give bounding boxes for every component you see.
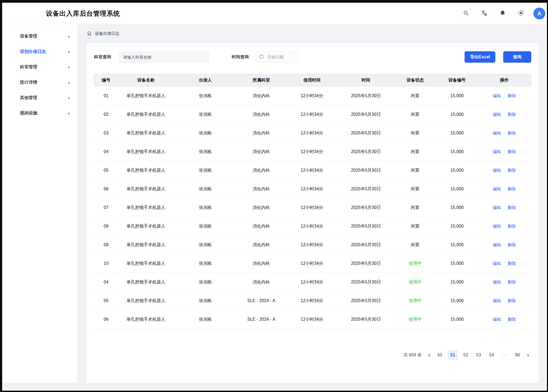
body-row: 设备管理›设别出借日志›科室管理›统计详情›其他管理›规则设施› 设备出借日志 … — [2, 24, 547, 383]
sidebar-item[interactable]: 科室管理› — [2, 59, 77, 75]
footer-strip — [2, 383, 547, 391]
delete-link[interactable]: 删除 — [508, 112, 516, 117]
svg-text:A: A — [484, 13, 487, 16]
edit-link[interactable]: 编辑 — [493, 168, 501, 173]
prev-page-button[interactable]: ‹ — [427, 352, 432, 358]
delete-link[interactable]: 删除 — [508, 93, 516, 99]
cell-device-name: 单孔腔镜手术机器人 — [118, 317, 174, 322]
cell-device-code: 15,000 — [437, 168, 477, 173]
cell-actions: 编辑删除 — [477, 280, 531, 285]
edit-link[interactable]: 编辑 — [493, 112, 501, 117]
page-button[interactable]: 52 — [461, 350, 471, 360]
edit-link[interactable]: 编辑 — [493, 131, 501, 136]
delete-link[interactable]: 删除 — [508, 131, 516, 136]
delete-link[interactable]: 删除 — [508, 168, 516, 173]
delete-link[interactable]: 删除 — [508, 298, 516, 303]
sidebar-item[interactable]: 其他管理› — [2, 90, 77, 106]
export-excel-button[interactable]: 导出Excel — [465, 51, 495, 63]
cell-no: 05 — [94, 168, 118, 173]
page-ellipsis[interactable]: ··· — [499, 350, 510, 360]
delete-link[interactable]: 删除 — [508, 280, 516, 285]
main-area: 设备出借日志 科室查询 时间查询 — [77, 24, 547, 383]
cell-no: 03 — [94, 131, 118, 136]
edit-link[interactable]: 编辑 — [493, 317, 501, 322]
notifications-button[interactable] — [497, 8, 509, 19]
cell-department: 消化内科 — [237, 205, 286, 211]
sidebar-item-label: 设别出借日志 — [20, 49, 46, 55]
cell-no: 04 — [94, 280, 118, 285]
delete-link[interactable]: 删除 — [508, 224, 516, 229]
cell-borrow-duration: 12小时34分 — [286, 149, 338, 155]
cell-borrow-duration: 12小时34分 — [286, 168, 338, 173]
edit-link[interactable]: 编辑 — [493, 187, 501, 192]
cell-device-code: 15,000 — [437, 224, 477, 229]
start-date-picker[interactable]: 开始日期 — [255, 52, 299, 62]
delete-link[interactable]: 删除 — [508, 317, 516, 322]
edit-link[interactable]: 编辑 — [493, 242, 501, 248]
user-avatar[interactable]: A — [533, 8, 545, 19]
language-button[interactable]: 文 A — [478, 8, 490, 19]
cell-device-code: 15,000 — [437, 280, 477, 285]
cell-borrow-duration: 12小时34分 — [286, 298, 338, 304]
table-row: 03单孔腔镜手术机器人张润栋消化内科12小时34分2025年5月30日闲置15,… — [94, 124, 531, 143]
chevron-right-icon: › — [68, 65, 70, 69]
cell-borrow-duration: 12小时34分 — [286, 279, 338, 285]
theme-button[interactable] — [515, 8, 527, 19]
cell-date: 2025年5月30日 — [338, 112, 394, 117]
query-button[interactable]: 查询 — [503, 51, 531, 63]
dept-search-input[interactable] — [119, 51, 209, 63]
cell-date: 2025年5月30日 — [338, 261, 394, 266]
edit-link[interactable]: 编辑 — [493, 298, 501, 303]
start-date-placeholder: 开始日期 — [267, 55, 283, 60]
cell-no: 02 — [94, 112, 118, 117]
cell-borrow-duration: 12小时34分 — [286, 186, 338, 192]
cell-department: 消化内科 — [237, 224, 286, 229]
cell-device-code: 15,000 — [437, 131, 477, 136]
cell-date: 2025年5月30日 — [338, 205, 394, 211]
sidebar-item[interactable]: 统计详情› — [2, 75, 77, 90]
page-button[interactable]: 54 — [486, 350, 497, 360]
delete-link[interactable]: 删除 — [508, 149, 516, 154]
cell-no: 06 — [94, 187, 118, 191]
cell-lender: 张润栋 — [174, 93, 237, 99]
header-actions: 文 A — [460, 8, 545, 19]
cell-department: 消化内科 — [237, 149, 286, 155]
edit-link[interactable]: 编辑 — [493, 93, 501, 99]
cell-lender: 张润栋 — [174, 279, 237, 285]
cell-device-code: 15,000 — [437, 261, 477, 266]
page-button[interactable]: 90 — [512, 350, 523, 360]
cell-actions: 编辑删除 — [477, 187, 531, 192]
cell-lender: 张润栋 — [174, 112, 237, 117]
page-button[interactable]: 53 — [473, 350, 484, 360]
delete-link[interactable]: 删除 — [508, 205, 516, 210]
cell-device-status: 闲置 — [394, 93, 437, 99]
cell-actions: 编辑删除 — [477, 242, 531, 248]
home-icon — [86, 30, 92, 37]
delete-link[interactable]: 删除 — [508, 242, 516, 248]
next-page-button[interactable]: › — [525, 352, 531, 358]
page-button[interactable]: 51 — [448, 350, 458, 360]
app-window: 设备出入库后台管理系统 文 A — [2, 3, 547, 391]
edit-link[interactable]: 编辑 — [493, 205, 501, 210]
edit-link[interactable]: 编辑 — [493, 261, 501, 266]
cell-date: 2025年5月30日 — [338, 168, 394, 173]
cell-lender: 张润栋 — [174, 224, 237, 229]
chevron-right-icon: › — [68, 96, 70, 100]
delete-link[interactable]: 删除 — [508, 187, 516, 192]
cell-department: 消化内科 — [237, 279, 286, 285]
filter-bar: 科室查询 时间查询 开始日期 导出Excel — [94, 51, 531, 63]
sidebar-item[interactable]: 规则设施› — [2, 106, 77, 121]
edit-link[interactable]: 编辑 — [493, 280, 501, 285]
cell-device-name: 单孔腔镜手术机器人 — [118, 168, 174, 173]
cell-device-name: 单孔腔镜手术机器人 — [118, 149, 174, 155]
search-button[interactable] — [460, 8, 472, 19]
breadcrumb-label: 设备出借日志 — [95, 31, 119, 36]
sidebar-item[interactable]: 设别出借日志› — [2, 44, 77, 59]
sidebar-item[interactable]: 设备管理› — [2, 29, 77, 44]
cell-no: 09 — [94, 242, 118, 247]
edit-link[interactable]: 编辑 — [493, 149, 501, 154]
page-button[interactable]: 50 — [435, 350, 445, 360]
table-row: 06单孔腔镜手术机器人张润栋SLE - 2024 - A12小时34分2025年… — [94, 310, 531, 329]
edit-link[interactable]: 编辑 — [493, 224, 501, 229]
delete-link[interactable]: 删除 — [508, 261, 516, 266]
